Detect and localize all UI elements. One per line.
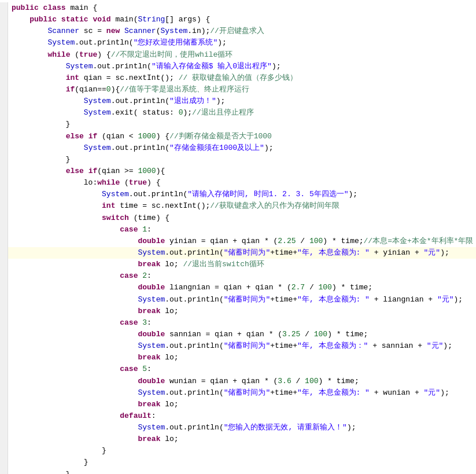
line-content-34: System.out.println("储蓄时间为"+time+"年, 本息金额…: [8, 387, 476, 399]
code-line-16: lo:while (true) {: [0, 177, 476, 189]
gutter-17: [0, 189, 8, 200]
line-content-26: System.out.println("储蓄时间为"+time+"年, 本息金额…: [8, 294, 476, 306]
gutter-10: [0, 107, 8, 119]
gutter-14: [0, 154, 8, 166]
gutter-6: [0, 61, 8, 72]
gutter-27: [0, 306, 8, 317]
line-content-39: }: [8, 445, 476, 457]
line-content-10: System.exit( status: 0);//退出且停止程序: [8, 107, 476, 119]
code-line-12: else if (qian < 1000) {//判断存储金额是否大于1000: [0, 131, 476, 142]
gutter-19: [0, 212, 8, 224]
line-content-14: }: [8, 154, 476, 166]
line-content-38: break lo;: [8, 433, 476, 445]
line-content-9: System.out.println("退出成功！");: [8, 95, 476, 107]
gutter-39: [0, 445, 8, 457]
gutter-33: [0, 376, 8, 387]
gutter-5: [0, 49, 8, 61]
line-content-25: double liangnian = qian + qian * (2.7 / …: [8, 282, 476, 293]
code-line-23: break lo; //退出当前switch循环: [0, 259, 476, 270]
code-line-39: }: [0, 445, 476, 457]
code-line-24: case 2:: [0, 270, 476, 282]
gutter-4: [0, 37, 8, 49]
gutter-21: [0, 236, 8, 247]
code-line-30: System.out.println("储蓄时间为"+time+"年, 本息金额…: [0, 340, 476, 352]
code-line-32: case 5:: [0, 363, 476, 375]
gutter-30: [0, 340, 8, 352]
line-content-19: switch (time) {: [8, 212, 476, 224]
code-editor: public class main { public static void m…: [0, 0, 476, 474]
code-line-36: default:: [0, 410, 476, 422]
code-line-19: switch (time) {: [0, 212, 476, 224]
line-content-12: else if (qian < 1000) {//判断存储金额是否大于1000: [8, 131, 476, 142]
code-line-10: System.exit( status: 0);//退出且停止程序: [0, 107, 476, 119]
code-line-33: double wunian = qian + qian * (3.6 / 100…: [0, 376, 476, 387]
gutter-31: [0, 352, 8, 363]
gutter-41: [0, 469, 8, 474]
code-line-7: int qian = sc.nextInt(); // 获取键盘输入的值（存多少…: [0, 72, 476, 84]
code-line-20: case 1:: [0, 224, 476, 236]
code-line-9: System.out.println("退出成功！");: [0, 95, 476, 107]
line-content-31: break lo;: [8, 352, 476, 363]
line-content-24: case 2:: [8, 270, 476, 282]
gutter-36: [0, 410, 8, 422]
gutter-34: [0, 387, 8, 399]
code-line-1: public class main {: [0, 2, 476, 14]
line-content-20: case 1:: [8, 224, 476, 236]
code-line-38: break lo;: [0, 433, 476, 445]
line-content-28: case 3:: [8, 317, 476, 329]
line-content-41: }: [8, 469, 476, 474]
line-content-27: break lo;: [8, 306, 476, 317]
line-content-29: double sannian = qian + qian * (3.25 / 1…: [8, 329, 476, 340]
gutter-22: [0, 247, 8, 259]
line-content-6: System.out.println("请输入存储金额$ 输入0退出程序");: [8, 61, 476, 72]
gutter-2: [0, 14, 8, 25]
line-content-22: System.out.println("储蓄时间为"+time+"年, 本息金额…: [8, 247, 476, 259]
code-line-2: public static void main(String[] args) {: [0, 14, 476, 25]
line-content-40: }: [8, 457, 476, 468]
code-line-35: break lo;: [0, 399, 476, 410]
line-content-17: System.out.println("请输入存储时间, 时间1. 2. 3. …: [8, 189, 476, 200]
line-content-7: int qian = sc.nextInt(); // 获取键盘输入的值（存多少…: [8, 72, 476, 84]
line-content-21: double yinian = qian + qian * (2.25 / 10…: [8, 236, 476, 247]
gutter-32: [0, 363, 8, 375]
code-line-14: }: [0, 154, 476, 166]
code-line-41: }: [0, 469, 476, 474]
code-line-25: double liangnian = qian + qian * (2.7 / …: [0, 282, 476, 293]
gutter-8: [0, 84, 8, 95]
line-content-16: lo:while (true) {: [8, 177, 476, 189]
gutter-23: [0, 259, 8, 270]
gutter-1: [0, 2, 8, 14]
code-line-29: double sannian = qian + qian * (3.25 / 1…: [0, 329, 476, 340]
gutter-9: [0, 95, 8, 107]
line-content-3: Scanner sc = new Scanner(System.in);//开启…: [8, 25, 476, 37]
code-line-28: case 3:: [0, 317, 476, 329]
code-line-22: System.out.println("储蓄时间为"+time+"年, 本息金额…: [0, 247, 476, 259]
code-line-18: int time = sc.nextInt();//获取键盘求入的只作为存储时间…: [0, 200, 476, 212]
line-content-2: public static void main(String[] args) {: [8, 14, 476, 25]
line-content-8: if(qian==0){//值等于零是退出系统、终止程序运行: [8, 84, 476, 95]
code-line-5: while (true) {//不限定退出时间，使用while循环: [0, 49, 476, 61]
gutter-38: [0, 433, 8, 445]
line-content-4: System.out.println("您好欢迎使用储蓄系统");: [8, 37, 476, 49]
line-content-13: System.out.println("存储金额须在1000及以上");: [8, 142, 476, 154]
line-content-35: break lo;: [8, 399, 476, 410]
code-line-37: System.out.println("您输入的数据无效, 请重新输入！");: [0, 422, 476, 433]
line-content-37: System.out.println("您输入的数据无效, 请重新输入！");: [8, 422, 476, 433]
gutter-28: [0, 317, 8, 329]
line-content-11: }: [8, 119, 476, 130]
code-line-27: break lo;: [0, 306, 476, 317]
gutter-24: [0, 270, 8, 282]
gutter-25: [0, 282, 8, 293]
line-content-32: case 5:: [8, 363, 476, 375]
line-content-30: System.out.println("储蓄时间为"+time+"年, 本息金额…: [8, 340, 476, 352]
code-line-31: break lo;: [0, 352, 476, 363]
line-content-18: int time = sc.nextInt();//获取键盘求入的只作为存储时间…: [8, 200, 476, 212]
line-content-15: else if(qian >= 1000){: [8, 166, 476, 177]
gutter-37: [0, 422, 8, 433]
gutter-35: [0, 399, 8, 410]
code-line-11: }: [0, 119, 476, 130]
gutter-12: [0, 131, 8, 142]
gutter-16: [0, 177, 8, 189]
gutter-7: [0, 72, 8, 84]
gutter-29: [0, 329, 8, 340]
